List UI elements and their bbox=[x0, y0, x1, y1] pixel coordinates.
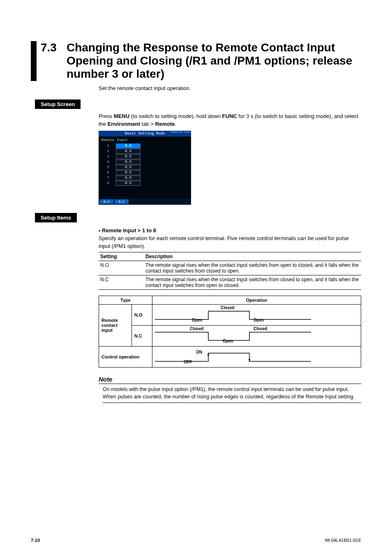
device-row: 6N.O bbox=[101, 170, 189, 175]
op-row-label: Remote contact input bbox=[99, 304, 132, 346]
device-row: 8N.O bbox=[101, 181, 189, 186]
device-row: 4N.O bbox=[101, 160, 189, 164]
page-number: 7-10 bbox=[31, 538, 40, 543]
device-screenshot: Basic Setting Mode Ethernet Link Remote … bbox=[99, 131, 191, 205]
device-row: 2N.O bbox=[101, 149, 189, 154]
device-subtitle: Remote Input bbox=[101, 138, 189, 142]
device-row: 1N.O bbox=[101, 143, 189, 148]
table-row: N.OThe remote signal rises when the cont… bbox=[99, 261, 361, 275]
table-row: N.CThe remote signal rises when the cont… bbox=[99, 275, 361, 289]
device-header: Basic Setting Mode bbox=[125, 132, 165, 136]
op-header-type: Type bbox=[99, 296, 152, 304]
note-heading: Note bbox=[99, 376, 361, 384]
intro-text: Set the remote contact input operation. bbox=[99, 85, 361, 91]
settings-header-setting: Setting bbox=[99, 252, 144, 261]
device-footer: N.O N.C bbox=[99, 199, 191, 205]
section-number: 7.3 bbox=[41, 41, 57, 54]
page-title: Changing the Response to Remote Contact … bbox=[67, 41, 361, 81]
page-footer: 7-10 IM 04L41B01-01E bbox=[31, 538, 361, 543]
op-control-diagram: ON OFF bbox=[155, 348, 358, 365]
device-row: 3N.O bbox=[101, 154, 189, 159]
remote-input-text: Specify an operation for each remote con… bbox=[99, 234, 361, 250]
op-header-operation: Operation bbox=[152, 296, 361, 304]
doc-id: IM 04L41B01-01E bbox=[325, 538, 361, 543]
setup-items-heading: Setup Items bbox=[35, 213, 77, 222]
device-row: 7N.O bbox=[101, 176, 189, 180]
op-no-diagram: Open Closed Open bbox=[155, 306, 358, 324]
operation-table: Type Operation Remote contact input N.O … bbox=[99, 296, 361, 368]
device-row: 5N.O bbox=[101, 165, 189, 170]
remote-input-bullet: • Remote Input > 1 to 8 bbox=[99, 227, 361, 234]
setup-screen-heading: Setup Screen bbox=[35, 99, 81, 109]
note-body: On models with the pulse input option (/… bbox=[103, 384, 361, 403]
settings-table: Setting Description N.OThe remote signal… bbox=[99, 252, 361, 290]
ethernet-indicator: Ethernet Link bbox=[171, 131, 190, 134]
setup-screen-instruction: Press MENU (to switch to setting mode), … bbox=[99, 112, 361, 128]
op-nc-diagram: Closed Open Closed bbox=[155, 327, 358, 345]
settings-header-description: Description bbox=[144, 252, 361, 261]
op-control-label: Control operation bbox=[99, 346, 152, 367]
op-no-label: N.O bbox=[132, 304, 152, 325]
op-nc-label: N.C bbox=[132, 325, 152, 346]
